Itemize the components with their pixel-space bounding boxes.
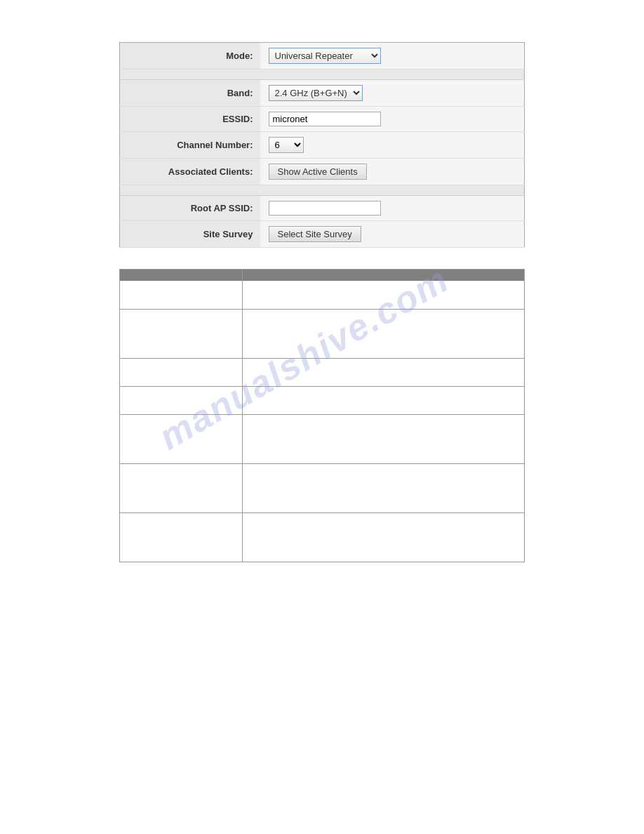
- mode-label: Mode:: [120, 43, 260, 70]
- essid-row: ESSID:: [120, 107, 525, 132]
- table-cell-col2: [243, 358, 525, 386]
- mode-row: Mode: Universal Repeater Access Point Cl…: [120, 43, 525, 70]
- table-cell-col2: [243, 281, 525, 309]
- select-site-survey-button[interactable]: Select Site Survey: [269, 226, 361, 242]
- table-cell-col2: [243, 386, 525, 414]
- data-table-col1-header: [120, 270, 243, 282]
- channel-label: Channel Number:: [120, 132, 260, 159]
- band-row: Band: 2.4 GHz (B+G+N) 5 GHz: [120, 80, 525, 107]
- band-select[interactable]: 2.4 GHz (B+G+N) 5 GHz: [269, 85, 363, 101]
- root-ap-ssid-label: Root AP SSID:: [120, 196, 260, 221]
- mode-value-cell: Universal Repeater Access Point Client W…: [260, 43, 525, 70]
- essid-value-cell: [260, 107, 525, 132]
- table-cell-col1: [120, 358, 243, 386]
- channel-value-cell: 1 2 3 4 5 6 7 8 9 10 11: [260, 132, 525, 159]
- data-table: [119, 269, 525, 562]
- config-table: Mode: Universal Repeater Access Point Cl…: [119, 42, 525, 248]
- associated-clients-value-cell: Show Active Clients: [260, 159, 525, 185]
- data-table-col2-header: [243, 270, 525, 282]
- table-cell-col2: [243, 414, 525, 463]
- table-row: [120, 281, 525, 309]
- table-cell-col1: [120, 414, 243, 463]
- data-table-header-row: [120, 270, 525, 282]
- table-cell-col1: [120, 309, 243, 358]
- table-cell-col2: [243, 463, 525, 512]
- associated-clients-label: Associated Clients:: [120, 159, 260, 185]
- root-ap-ssid-value-cell: [260, 196, 525, 221]
- essid-label: ESSID:: [120, 107, 260, 132]
- table-row: [120, 358, 525, 386]
- essid-input[interactable]: [269, 112, 381, 126]
- mode-select[interactable]: Universal Repeater Access Point Client W…: [269, 48, 381, 64]
- table-cell-col1: [120, 463, 243, 512]
- table-row: [120, 512, 525, 562]
- band-value-cell: 2.4 GHz (B+G+N) 5 GHz: [260, 80, 525, 107]
- table-cell-col2: [243, 309, 525, 358]
- root-ap-ssid-input[interactable]: [269, 201, 381, 216]
- table-row: [120, 386, 525, 414]
- site-survey-row: Site Survey Select Site Survey: [120, 221, 525, 248]
- band-label: Band:: [120, 80, 260, 107]
- table-cell-col1: [120, 281, 243, 309]
- spacer-row-1: [120, 70, 525, 80]
- associated-clients-row: Associated Clients: Show Active Clients: [120, 159, 525, 185]
- show-active-clients-button[interactable]: Show Active Clients: [269, 164, 367, 180]
- channel-select[interactable]: 1 2 3 4 5 6 7 8 9 10 11: [269, 137, 304, 153]
- channel-row: Channel Number: 1 2 3 4 5 6 7 8 9 10 11: [120, 132, 525, 159]
- root-ap-ssid-row: Root AP SSID:: [120, 196, 525, 221]
- site-survey-value-cell: Select Site Survey: [260, 221, 525, 248]
- table-cell-col2: [243, 512, 525, 562]
- site-survey-label: Site Survey: [120, 221, 260, 248]
- table-cell-col1: [120, 386, 243, 414]
- table-cell-col1: [120, 512, 243, 562]
- table-row: [120, 463, 525, 512]
- table-row: [120, 309, 525, 358]
- spacer-row-2: [120, 185, 525, 196]
- table-row: [120, 414, 525, 463]
